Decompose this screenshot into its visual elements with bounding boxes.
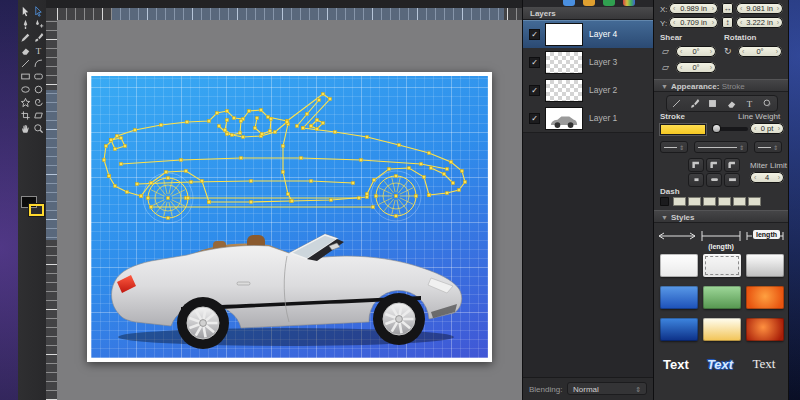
slider-knob-icon[interactable] (713, 125, 720, 132)
drawing-scene[interactable] (91, 76, 488, 358)
miter-limit-field[interactable]: ‹4› (750, 172, 784, 183)
blueprint-car-wireframe[interactable] (102, 92, 466, 223)
pen-add-anchor-tool[interactable] (32, 18, 45, 31)
ruler-selection-highlight (112, 8, 504, 20)
crop-tool[interactable] (19, 109, 32, 122)
artboard[interactable] (87, 72, 492, 362)
cap-butt-button[interactable] (688, 173, 704, 187)
dash-swatch[interactable] (660, 197, 669, 206)
pen-tool[interactable] (19, 18, 32, 31)
panel-icon-green[interactable] (603, 0, 615, 6)
dash-swatch[interactable] (673, 197, 686, 206)
double-arrow-icon (657, 230, 697, 242)
stroke-color-well[interactable] (29, 204, 44, 216)
cap-round-button[interactable] (706, 173, 722, 187)
penplus-icon (33, 19, 44, 30)
layer-row[interactable]: ✓Layer 4 (523, 20, 654, 49)
layer-row[interactable]: ✓Layer 2 (523, 76, 654, 105)
style-cream[interactable] (703, 318, 741, 341)
layer-row[interactable]: ✓Layer 1 (523, 104, 654, 133)
hand-tool[interactable] (19, 122, 32, 135)
circle-tool[interactable] (32, 83, 45, 96)
style-red[interactable] (746, 318, 784, 341)
pencil-tool[interactable] (19, 31, 32, 44)
style-green[interactable] (703, 286, 741, 309)
cap-square-button[interactable] (724, 173, 740, 187)
style-orange[interactable] (746, 286, 784, 309)
arc-tool[interactable] (32, 57, 45, 70)
layer-visibility-checkbox[interactable]: ✓ (529, 113, 540, 124)
stroke-style-dropdown-1[interactable]: ⇕ (660, 141, 688, 153)
panel-icon-orange[interactable] (583, 0, 595, 6)
appearance-header[interactable]: ▼Appearance: Stroke (654, 79, 788, 92)
brush-tool[interactable] (32, 31, 45, 44)
shear-y-field[interactable]: ‹0°› (676, 62, 716, 73)
line-weight-label: Line Weight (738, 112, 780, 121)
ellipse-tool[interactable] (19, 83, 32, 96)
rounded-rectangle-tool[interactable] (32, 70, 45, 83)
layer-visibility-checkbox[interactable]: ✓ (529, 29, 540, 40)
x-field[interactable]: ‹0.989 in› (669, 3, 718, 14)
dash-swatch[interactable] (688, 197, 701, 206)
zoom-tool[interactable] (32, 122, 45, 135)
shear-x-field[interactable]: ‹0°› (676, 46, 716, 57)
stroke-slider[interactable] (712, 127, 748, 131)
car-photo[interactable] (112, 234, 462, 349)
eraser-tool[interactable] (19, 44, 32, 57)
layer-visibility-checkbox[interactable]: ✓ (529, 85, 540, 96)
canvas-pasteboard[interactable] (57, 20, 522, 400)
layer-visibility-checkbox[interactable]: ✓ (529, 57, 540, 68)
join-bevel-button[interactable] (724, 158, 740, 172)
line-tool[interactable] (19, 57, 32, 70)
shear-tool[interactable] (32, 109, 45, 122)
style-blue[interactable] (660, 286, 698, 309)
direct-selection-tool[interactable] (32, 5, 45, 18)
text-style-swatch[interactable]: Text (700, 352, 740, 376)
dash-swatch[interactable] (703, 197, 716, 206)
panel-icon-blue[interactable] (563, 0, 575, 6)
join-miter-button[interactable] (688, 158, 704, 172)
rectangle-tool[interactable] (19, 70, 32, 83)
dash-swatch[interactable] (748, 197, 761, 206)
dash-swatch[interactable] (718, 197, 731, 206)
width-field[interactable]: ‹9.081 in› (736, 3, 783, 14)
selection-tool[interactable] (19, 5, 32, 18)
rect-icon (20, 71, 31, 82)
stroke-style-dropdown-2[interactable]: ⇕ (694, 141, 748, 153)
text-tool[interactable]: T (32, 44, 45, 57)
line-appearance-button[interactable] (671, 95, 682, 113)
style-white-dashed[interactable] (703, 254, 741, 277)
height-field[interactable]: ‹3.222 in› (736, 17, 783, 28)
join-round-button[interactable] (706, 158, 722, 172)
stroke-color-swatch[interactable] (660, 124, 706, 135)
blueprint-background[interactable] (91, 76, 488, 358)
style-white[interactable] (660, 254, 698, 277)
dash-swatch[interactable] (733, 197, 746, 206)
panel-icon-colors[interactable] (623, 0, 635, 6)
text-style-swatch[interactable]: Text (744, 352, 784, 376)
style-deep-blue[interactable] (660, 318, 698, 341)
line-weight-field[interactable]: ‹0 pt› (750, 123, 784, 134)
roundrect-icon (33, 71, 44, 82)
style-measure-line[interactable] (700, 229, 742, 243)
crop-icon (20, 110, 31, 121)
blending-select[interactable]: Normal⇕ (567, 382, 647, 395)
text-appearance-button[interactable]: T (744, 95, 755, 113)
stroke-style-dropdown-3[interactable]: ⇕ (754, 141, 782, 153)
y-field[interactable]: ‹0.709 in› (669, 17, 718, 28)
rotation-field[interactable]: ‹0°› (738, 46, 782, 57)
styles-header[interactable]: ▼Styles (654, 210, 788, 223)
style-double-arrow[interactable] (657, 229, 697, 243)
shadow-appearance-button[interactable] (762, 95, 773, 113)
text-style-swatch[interactable]: Text (656, 352, 696, 376)
brush-appearance-button[interactable] (689, 95, 700, 113)
star-tool[interactable] (19, 96, 32, 109)
style-silver[interactable] (746, 254, 784, 277)
eraser-appearance-button[interactable] (726, 95, 737, 113)
y-label: Y: (660, 19, 667, 28)
spiral-tool[interactable] (32, 96, 45, 109)
inspector-panel: X: ‹0.989 in› ↔ ‹9.081 in› Y: ‹0.709 in›… (653, 0, 789, 400)
fill-appearance-button[interactable] (707, 95, 718, 113)
layer-row[interactable]: ✓Layer 3 (523, 48, 654, 77)
layers-panel: Layers ✓Layer 4✓Layer 3✓Layer 2✓Layer 1 … (522, 0, 655, 400)
